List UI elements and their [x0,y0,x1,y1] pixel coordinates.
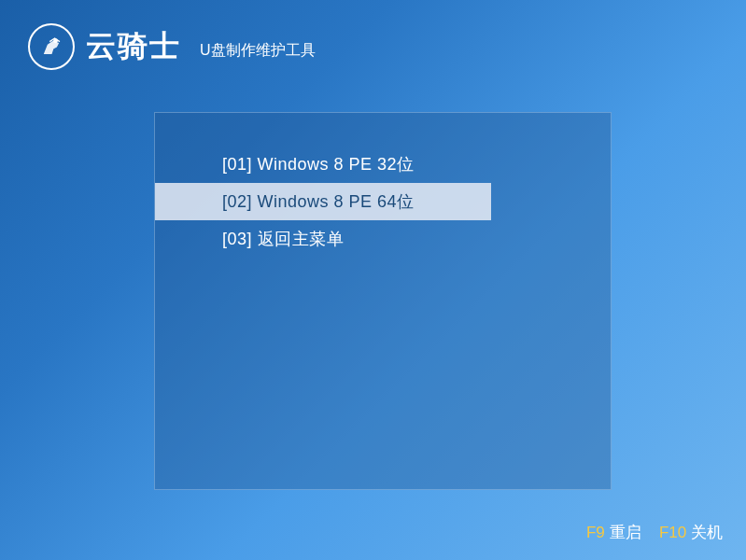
menu-item-return-main[interactable]: [03] 返回主菜单 [155,220,491,258]
hotkey-f10: F10 [659,524,686,541]
hotkey-f9: F9 [586,524,605,541]
subtitle: U盘制作维护工具 [200,34,316,61]
hotkey-f10-label: 关机 [691,524,723,541]
header: 云骑士 U盘制作维护工具 [0,0,746,93]
menu-item-win8pe-32[interactable]: [01] Windows 8 PE 32位 [155,146,491,183]
svg-point-0 [54,39,58,43]
brand-name: 云骑士 [86,26,181,67]
boot-menu: [01] Windows 8 PE 32位 [02] Windows 8 PE … [154,112,612,490]
knight-logo-icon [28,23,75,70]
menu-item-win8pe-64[interactable]: [02] Windows 8 PE 64位 [155,183,491,220]
hotkey-f9-label: 重启 [610,524,641,541]
footer-hotkeys: F9 重启 F10 关机 [586,522,723,543]
